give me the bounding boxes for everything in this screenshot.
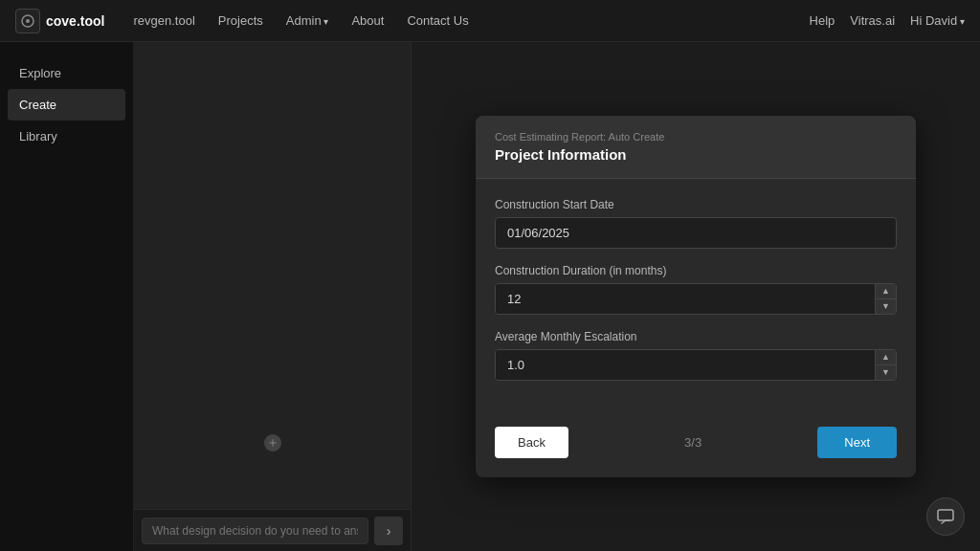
logo[interactable]: cove.tool [15,9,104,33]
sidebar-item-explore[interactable]: Explore [0,57,133,89]
layout: Explore Create Library ＋ › Cost Estimati… [0,42,980,551]
help-link[interactable]: Help [810,13,835,28]
back-button[interactable]: Back [495,427,568,458]
construction-duration-spinner: ▲ ▼ [495,283,897,315]
cost-estimating-modal: Cost Estimating Report: Auto Create Proj… [476,116,916,477]
nav-about[interactable]: About [342,8,393,33]
nav-revgen[interactable]: revgen.tool [123,8,204,33]
sidebar-item-library[interactable]: Library [0,121,133,152]
construction-duration-group: Construction Duration (in months) ▲ ▼ [495,264,897,315]
canvas-send-button[interactable]: › [374,517,403,545]
construction-duration-label: Construction Duration (in months) [495,264,897,277]
modal-title: Project Information [495,146,897,163]
canvas-input-bar: › [134,509,411,551]
canvas-dot: ＋ [264,434,281,452]
modal-subtitle: Cost Estimating Report: Auto Create [495,131,897,143]
vitras-link[interactable]: Vitras.ai [850,13,895,28]
next-button[interactable]: Next [817,427,897,458]
canvas-area: ＋ › [134,42,412,551]
modal-body: Construction Start Date Construction Dur… [476,179,916,415]
svg-rect-2 [938,510,953,520]
logo-icon [15,9,40,33]
main-content: ＋ › Cost Estimating Report: Auto Create … [134,42,980,551]
construction-duration-input[interactable] [496,284,875,314]
page-indicator: 3/3 [684,435,702,450]
right-panel: Cost Estimating Report: Auto Create Proj… [412,42,980,551]
construction-duration-decrement[interactable]: ▼ [876,299,896,314]
nav-projects[interactable]: Projects [209,8,273,33]
topnav: cove.tool revgen.tool Projects Admin Abo… [0,0,980,42]
avg-monthly-escalation-spinner: ▲ ▼ [495,349,897,381]
construction-start-date-input[interactable] [495,217,897,249]
modal-header: Cost Estimating Report: Auto Create Proj… [476,116,916,179]
nav-admin[interactable]: Admin [277,8,339,33]
avg-monthly-escalation-increment[interactable]: ▲ [876,350,896,365]
logo-text: cove.tool [46,13,104,29]
sidebar-item-create[interactable]: Create [8,89,125,121]
sidebar: Explore Create Library [0,42,134,551]
avg-monthly-escalation-group: Average Monthly Escalation ▲ ▼ [495,330,897,381]
avg-monthly-escalation-input[interactable] [496,350,875,380]
topnav-links: revgen.tool Projects Admin About Contact… [123,8,809,33]
construction-start-date-label: Construction Start Date [495,198,897,211]
avg-monthly-escalation-spinner-btns: ▲ ▼ [875,350,896,380]
design-decision-input[interactable] [142,518,368,544]
construction-duration-spinner-btns: ▲ ▼ [875,284,896,314]
topnav-right: Help Vitras.ai Hi David [810,13,965,28]
chat-fab-button[interactable] [926,497,965,536]
svg-point-1 [26,19,30,23]
construction-start-date-group: Construction Start Date [495,198,897,249]
avg-monthly-escalation-label: Average Monthly Escalation [495,330,897,343]
construction-duration-increment[interactable]: ▲ [876,284,896,299]
nav-contact-us[interactable]: Contact Us [397,8,478,33]
modal-footer: Back 3/3 Next [476,415,916,477]
avg-monthly-escalation-decrement[interactable]: ▼ [876,365,896,380]
canvas-workspace: ＋ [134,42,411,509]
user-menu[interactable]: Hi David [910,13,965,28]
